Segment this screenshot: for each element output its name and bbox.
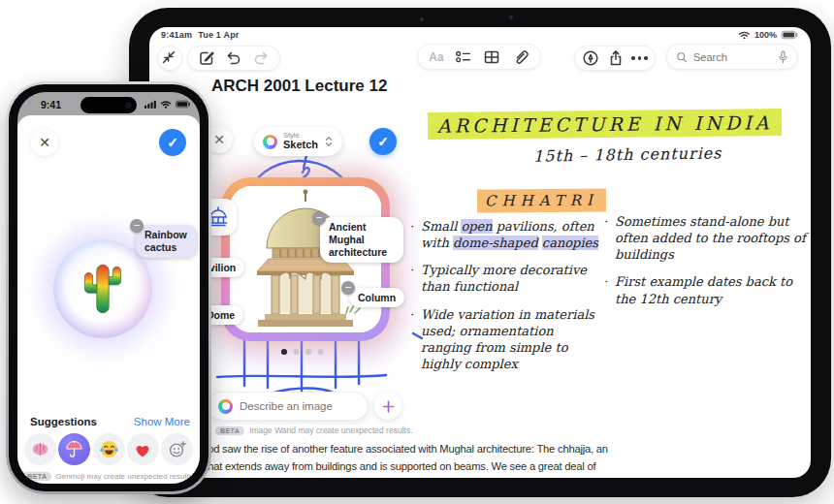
heart-emoji-icon[interactable]	[127, 433, 159, 465]
share-button[interactable]	[607, 49, 625, 67]
iphone-clock: 9:41	[41, 99, 61, 110]
note-bullet: ·First example dates back to the 12th ce…	[603, 273, 807, 306]
dynamic-island	[80, 97, 137, 113]
format-button-group: Aa	[417, 44, 541, 70]
wifi-icon	[160, 100, 172, 109]
undo-icon	[225, 49, 242, 67]
search-field[interactable]	[666, 44, 798, 70]
tag-mughal[interactable]: Ancient Mughal architecture	[320, 217, 403, 263]
checkmark-icon: ✓	[167, 135, 178, 150]
markup-button[interactable]	[582, 49, 599, 67]
genmoji-preview	[53, 239, 152, 338]
undo-button[interactable]	[225, 49, 242, 67]
wifi-icon	[738, 30, 751, 40]
handwritten-subheading: 15th – 18th centuries	[533, 143, 722, 165]
style-value: Sketch	[283, 140, 318, 151]
tears-of-joy-emoji-icon[interactable]	[93, 433, 125, 465]
dictate-icon[interactable]	[778, 50, 788, 64]
checklist-button[interactable]	[455, 48, 472, 66]
redo-icon	[252, 49, 270, 67]
apple-intelligence-icon	[218, 399, 233, 414]
minus-icon[interactable]: −	[312, 211, 326, 225]
tag-column[interactable]: Column	[349, 288, 404, 307]
ipad-camera-lens-icon	[509, 16, 513, 19]
style-picker[interactable]: Style Sketch	[254, 127, 342, 156]
attachment-button[interactable]	[512, 48, 529, 66]
front-camera-icon	[125, 102, 132, 109]
page-dot[interactable]	[318, 349, 324, 355]
ellipsis-icon	[631, 56, 635, 60]
genmoji-sheet: ✕ ✓ − Rainbow cactus	[17, 115, 200, 484]
describe-image-input[interactable]	[240, 400, 358, 412]
page-dot[interactable]	[305, 349, 311, 355]
text-format-button[interactable]: Aa	[429, 50, 443, 64]
compose-icon	[198, 49, 215, 67]
ipad-camera-icon	[420, 17, 424, 21]
search-icon	[676, 51, 688, 63]
checkmark-icon: ✓	[377, 134, 389, 149]
beta-text: Image Wand may create unexpected results…	[249, 425, 412, 435]
plus-icon	[382, 400, 395, 413]
ipad-date: Tue 1 Apr	[198, 30, 239, 40]
pencil-circle-icon	[582, 49, 599, 67]
close-icon: ✕	[39, 135, 50, 150]
image-wand-beta-note: BETA Image Wand may create unexpected re…	[215, 425, 413, 435]
note-bullet: ·Sometimes stand-alone but often added t…	[603, 213, 807, 263]
search-input[interactable]	[693, 51, 772, 63]
suggestions-label: Suggestions	[30, 416, 97, 427]
close-icon: ✕	[213, 132, 225, 147]
share-icon	[607, 49, 625, 67]
paragraph-line: ning that extends away from buildings an…	[182, 458, 608, 476]
chevron-up-down-icon	[324, 135, 334, 148]
brain-emoji-icon[interactable]	[24, 433, 56, 465]
paragraph-line: s period saw the rise of another feature…	[182, 441, 608, 458]
image-wand-accept-button[interactable]: ✓	[369, 128, 397, 155]
battery-icon	[175, 100, 192, 109]
ipad-screen: 9:41amTue 1 Apr 100% Aa	[149, 27, 811, 478]
beta-badge: BETA	[215, 426, 244, 435]
show-more-link[interactable]: Show More	[134, 416, 190, 427]
iphone-status-bar: 9:41	[17, 92, 200, 115]
beta-badge: BETA	[22, 472, 51, 481]
signal-icon	[144, 100, 157, 109]
genmoji-accept-button[interactable]: ✓	[159, 129, 186, 156]
apple-intelligence-icon	[263, 135, 277, 149]
describe-image-field[interactable]	[208, 392, 369, 421]
iphone-screen: 9:41 ✕ ✓	[17, 92, 200, 484]
minus-icon[interactable]: −	[130, 219, 144, 233]
arrows-inward-icon	[161, 49, 178, 67]
checklist-icon	[455, 48, 472, 66]
umbrella-emoji-icon[interactable]	[58, 433, 90, 465]
ipad-device: 9:41amTue 1 Apr 100% Aa	[129, 8, 831, 497]
iphone-device: 9:41 ✕ ✓	[6, 81, 211, 494]
ipad-status-bar: 9:41amTue 1 Apr	[161, 30, 240, 40]
add-image-button[interactable]	[374, 393, 401, 420]
ipad-status-right: 100%	[738, 30, 799, 40]
handwritten-heading: ARCHITECTURE IN INDIA	[428, 109, 783, 140]
more-button[interactable]	[631, 56, 648, 60]
minus-icon[interactable]: −	[341, 281, 355, 295]
paperclip-icon	[512, 48, 529, 66]
page-dot[interactable]	[281, 349, 287, 355]
suggestion-row	[24, 433, 193, 465]
battery-icon	[781, 30, 799, 40]
battery-percent: 100%	[754, 30, 777, 40]
compose-button[interactable]	[198, 49, 215, 67]
page-dot[interactable]	[294, 349, 300, 355]
collapse-toolbar-button[interactable]	[157, 46, 182, 71]
table-icon	[483, 48, 500, 66]
share-button-group	[574, 46, 656, 71]
genmoji-tag[interactable]: Rainbow cactus	[136, 225, 198, 258]
note-paragraph: s period saw the rise of another feature…	[182, 441, 608, 476]
note-title: ARCH 2001 Lecture 12	[211, 77, 387, 96]
page-indicator[interactable]	[281, 349, 323, 355]
edit-button-group	[187, 46, 280, 71]
redo-button[interactable]	[252, 49, 270, 67]
genmoji-close-button[interactable]: ✕	[31, 129, 58, 156]
iphone-bezel: 9:41 ✕ ✓	[9, 84, 208, 491]
rainbow-cactus-emoji	[79, 261, 127, 317]
add-genmoji-icon[interactable]	[161, 433, 193, 465]
table-button[interactable]	[483, 48, 500, 66]
beta-text: Genmoji may create unexpected results.	[55, 472, 194, 481]
ipad-clock: 9:41am	[161, 30, 192, 40]
